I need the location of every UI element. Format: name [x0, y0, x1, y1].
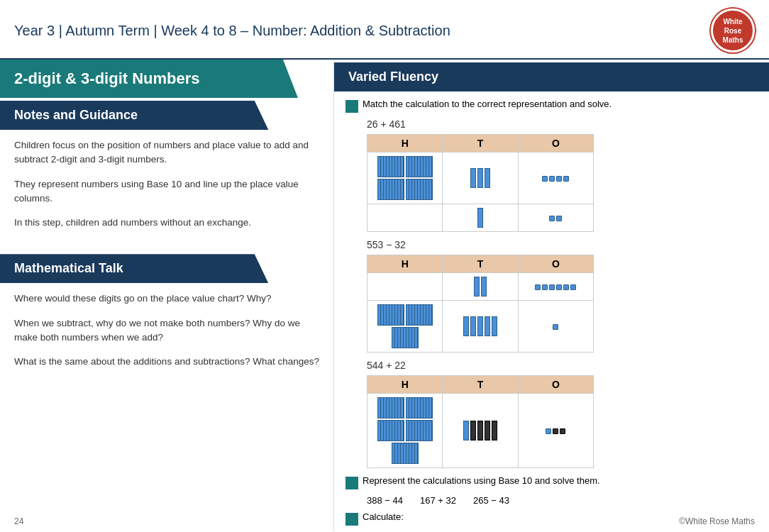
math-talk-para-3: What is the same about the additions and…	[14, 355, 319, 369]
copyright: ©White Rose Maths	[679, 516, 755, 526]
t-header-2: T	[443, 255, 518, 273]
notes-para-2: They represent numbers using Base 10 and…	[14, 177, 319, 206]
notes-content: Children focus on the position of number…	[0, 130, 333, 248]
hto-table-2: H T O	[367, 255, 594, 353]
main-content: 2-digit & 3-digit Numbers Notes and Guid…	[0, 60, 769, 531]
o-cell-1-2	[518, 204, 593, 232]
t-cell-1-1	[443, 153, 518, 204]
h-header-3: H	[367, 376, 443, 394]
math-talk-para-2: When we subtract, why do we not make bot…	[14, 316, 319, 345]
o-cell-2-2	[518, 301, 593, 353]
hto-section-1: 26 + 461 H T O	[345, 118, 758, 232]
h-cell-3-1	[367, 394, 443, 468]
h-header-2: H	[367, 255, 443, 273]
instruction-1-row: Match the calculation to the correct rep…	[345, 99, 758, 113]
notes-para-3: In this step, children add numbers witho…	[14, 216, 319, 230]
o-cell-3-1	[518, 394, 593, 468]
hto-table-3: H T O	[367, 375, 594, 468]
notes-para-1: Children focus on the position of number…	[14, 138, 319, 167]
math-talk-title-text: Mathematical Talk	[14, 261, 123, 275]
hto-section-2: 553 − 32 H T O	[345, 239, 758, 353]
t-header-3: T	[443, 376, 518, 394]
h-cell-2-2	[367, 301, 443, 353]
varied-content: Match the calculation to the correct rep…	[334, 92, 769, 532]
h-header-1: H	[367, 135, 443, 153]
t-header-1: T	[443, 135, 518, 153]
o-cell-1-1	[518, 153, 593, 204]
notes-title-text: Notes and Guidance	[14, 108, 138, 122]
o-header-1: O	[518, 135, 593, 153]
equations-row: 388 − 44 167 + 32 265 − 43	[367, 495, 758, 506]
calc-label-3: 544 + 22	[367, 360, 758, 371]
hto-row-2-2	[367, 301, 594, 353]
h-cell-2-1	[367, 273, 443, 301]
teal-icon-1	[345, 100, 358, 113]
teal-icon-2	[345, 477, 358, 489]
equation-1: 388 − 44	[367, 495, 403, 506]
instruction-1-text: Match the calculation to the correct rep…	[363, 99, 612, 109]
hto-row-2-1	[367, 273, 594, 301]
calc-label-1: 26 + 461	[367, 118, 758, 130]
left-column: 2-digit & 3-digit Numbers Notes and Guid…	[0, 60, 333, 531]
math-talk-content: Where would these digits go on the place…	[0, 283, 333, 387]
t-cell-2-2	[443, 301, 518, 353]
hto-table-1: H T O	[367, 134, 594, 232]
page-number: 24	[14, 516, 23, 526]
hto-row-1-1	[367, 153, 594, 204]
page-footer: 24 ©White Rose Maths	[0, 516, 769, 526]
instruction-2-text: Represent the calculations using Base 10…	[363, 475, 600, 486]
varied-fluency-banner: Varied Fluency	[334, 62, 769, 92]
equation-2: 167 + 32	[420, 495, 456, 506]
page-header: Year 3 | Autumn Term | Week 4 to 8 – Num…	[0, 0, 769, 60]
varied-title-text: Varied Fluency	[348, 70, 438, 84]
math-talk-banner: Mathematical Talk	[0, 254, 277, 283]
hto-row-1-2	[367, 204, 594, 232]
section-title-text: 2-digit & 3-digit Numbers	[14, 70, 200, 87]
calc-label-2: 553 − 32	[367, 239, 758, 250]
math-talk-para-1: Where would these digits go on the place…	[14, 292, 319, 306]
hto-section-3: 544 + 22 H T O	[345, 360, 758, 468]
t-cell-1-2	[443, 204, 518, 232]
notes-banner: Notes and Guidance	[0, 101, 277, 130]
instruction-2-row: Represent the calculations using Base 10…	[345, 475, 758, 489]
o-cell-2-1	[518, 273, 593, 301]
t-cell-2-1	[443, 273, 518, 301]
equation-3: 265 − 43	[473, 495, 509, 506]
hto-row-3-1	[367, 394, 594, 468]
right-column: Varied Fluency Match the calculation to …	[333, 60, 769, 531]
o-header-2: O	[518, 255, 593, 273]
h-cell-1-2	[367, 204, 443, 232]
section-title-banner: 2-digit & 3-digit Numbers	[0, 60, 298, 98]
o-header-3: O	[518, 376, 593, 394]
white-rose-logo: White Rose Maths	[711, 9, 755, 52]
t-cell-3-1	[443, 394, 518, 468]
h-cell-1-1	[367, 153, 443, 204]
page-title: Year 3 | Autumn Term | Week 4 to 8 – Num…	[14, 23, 450, 39]
